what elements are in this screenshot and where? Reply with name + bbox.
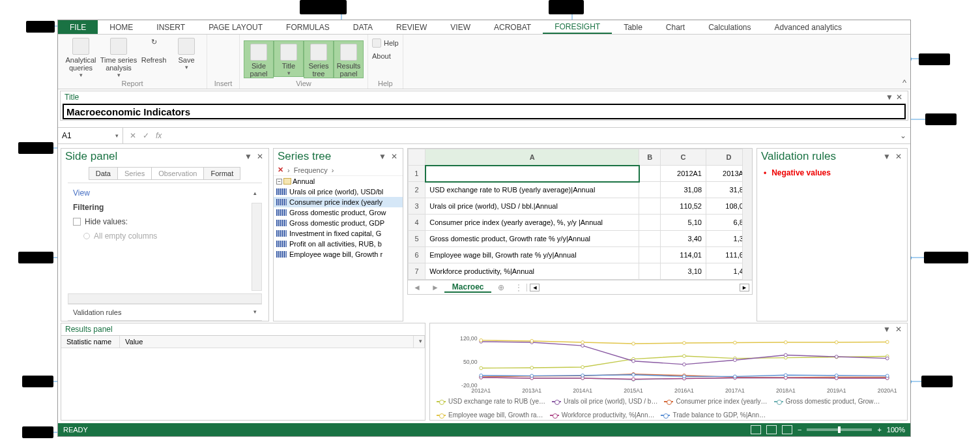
tab-review[interactable]: REVIEW (384, 20, 439, 34)
cell-A1[interactable] (425, 166, 639, 182)
row-head[interactable]: 2 (409, 182, 425, 198)
cell[interactable] (639, 182, 661, 198)
side-panel-hscroll[interactable] (68, 293, 262, 304)
row-head[interactable]: 5 (409, 231, 425, 247)
btn-time-series[interactable]: Time series analysis▾ (100, 35, 137, 78)
radio-icon[interactable] (83, 233, 90, 239)
title-input[interactable] (63, 104, 906, 119)
cancel-icon[interactable]: ✕ (130, 131, 136, 140)
btn-series-tree[interactable]: Series tree (304, 40, 334, 78)
cell-B1[interactable] (639, 166, 661, 182)
series-item[interactable]: Employee wage bill, Growth r (274, 249, 403, 260)
row-head[interactable]: 6 (409, 247, 425, 263)
sp-tab-format[interactable]: Format (203, 167, 240, 180)
sheet-nav-prev-icon[interactable]: ◄ (408, 283, 426, 292)
series-item[interactable]: Consumer price index (yearly (274, 197, 403, 207)
scroll-right-icon[interactable]: ► (740, 284, 749, 291)
cell[interactable] (639, 198, 661, 215)
tab-page-layout[interactable]: PAGE LAYOUT (197, 20, 274, 34)
accept-icon[interactable]: ✓ (143, 131, 149, 140)
zoom-out-icon[interactable]: − (798, 426, 801, 434)
name-box[interactable]: A1▾ (58, 128, 123, 143)
results-menu-icon[interactable]: ▾ (414, 336, 425, 348)
title-close-icon[interactable]: ✕ (895, 93, 904, 102)
grid-vscroll[interactable] (742, 149, 752, 280)
row-1[interactable]: 1 (409, 166, 425, 182)
view-normal-icon[interactable] (751, 425, 761, 434)
sp-validation-row[interactable]: Validation rules▾ (68, 304, 262, 321)
btn-save[interactable]: Save▾ (170, 35, 203, 70)
cell[interactable]: Gross domestic product, Growth rate % y/… (425, 231, 639, 247)
validation-item[interactable]: Negative values (764, 168, 901, 177)
col-B[interactable]: B (639, 149, 661, 166)
series-item[interactable]: Gross domestic product, GDP (274, 218, 403, 228)
cell[interactable]: USD exchange rate to RUB (yearly average… (425, 182, 639, 198)
cell[interactable]: Workforce productivity, %|Annual (425, 263, 639, 280)
validation-dropdown-icon[interactable]: ▼ (882, 152, 892, 161)
cell[interactable] (639, 247, 661, 263)
sp-tab-data[interactable]: Data (89, 167, 118, 180)
cell[interactable]: 31,08 (661, 182, 706, 198)
tab-data[interactable]: DATA (341, 20, 384, 34)
series-tree-close-icon[interactable]: ✕ (390, 152, 399, 161)
side-panel-close-icon[interactable]: ✕ (255, 152, 265, 161)
tab-foresight[interactable]: FORESIGHT (543, 20, 612, 34)
row-head[interactable]: 3 (409, 198, 425, 215)
cell[interactable]: 5,10 (661, 215, 706, 231)
chart-close-icon[interactable]: ✕ (894, 325, 903, 334)
btn-help[interactable]: Help (372, 37, 399, 48)
tab-file[interactable]: FILE (58, 20, 98, 34)
chart-dropdown-icon[interactable]: ▼ (882, 325, 892, 334)
sheet-nav-next-icon[interactable]: ► (426, 283, 444, 292)
tab-view[interactable]: VIEW (439, 20, 482, 34)
row-head[interactable]: 7 (409, 263, 425, 280)
btn-about[interactable]: About (372, 50, 399, 61)
tab-advanced-analytics[interactable]: Advanced analytics (763, 20, 854, 34)
btn-results-panel[interactable]: Results panel (334, 40, 364, 78)
results-col-name[interactable]: Statistic name (61, 336, 120, 348)
formula-expand-icon[interactable]: ⌄ (896, 131, 910, 140)
series-tree-root[interactable]: −Annual (274, 176, 403, 186)
sp-empty-cols[interactable]: All empty columns (68, 229, 262, 243)
cell[interactable]: 3,40 (661, 231, 706, 247)
sp-tab-series[interactable]: Series (117, 167, 152, 180)
zoom-level[interactable]: 100% (887, 426, 905, 434)
cell[interactable] (639, 263, 661, 280)
add-sheet-icon[interactable]: ⊕ (491, 283, 511, 292)
series-item[interactable]: Investment in fixed capital, G (274, 228, 403, 239)
sheet-tab[interactable]: Macroec (444, 282, 492, 293)
validation-close-icon[interactable]: ✕ (894, 152, 903, 161)
collapse-icon[interactable]: − (276, 179, 282, 185)
view-layout-icon[interactable] (766, 425, 777, 434)
title-dropdown-icon[interactable]: ▼ (884, 93, 895, 102)
tab-formulas[interactable]: FORMULAS (274, 20, 341, 34)
side-panel-dropdown-icon[interactable]: ▼ (243, 152, 253, 161)
row-head[interactable]: 4 (409, 215, 425, 231)
sp-tab-observation[interactable]: Observation (151, 167, 204, 180)
cell[interactable]: Employee wage bill, Growth rate % y/y|An… (425, 247, 639, 263)
series-item[interactable]: Urals oil price (world), USD/bl (274, 186, 403, 197)
tab-chart[interactable]: Chart (654, 20, 697, 34)
series-tree-dropdown-icon[interactable]: ▼ (377, 152, 388, 161)
btn-side-panel[interactable]: Side panel (244, 40, 274, 78)
cell-C1[interactable]: 2012A1 (661, 166, 706, 182)
cell[interactable] (639, 215, 661, 231)
cell[interactable]: Consumer price index (yearly average), %… (425, 215, 639, 231)
sp-view-row[interactable]: View▴ (68, 186, 262, 200)
series-item[interactable]: Profit on all activities, RUB, b (274, 239, 403, 249)
zoom-slider[interactable] (807, 428, 872, 431)
view-break-icon[interactable] (782, 425, 792, 434)
cell[interactable]: Urals oil price (world), USD / bbl.|Annu… (425, 198, 639, 215)
checkbox-icon[interactable] (73, 218, 81, 226)
cell[interactable]: 3,10 (661, 263, 706, 280)
grid-hscroll[interactable]: ◄ ► (526, 284, 752, 291)
tab-home[interactable]: HOME (98, 20, 145, 34)
series-tree-breadcrumb[interactable]: Frequency (294, 166, 328, 174)
side-panel-vscroll[interactable] (252, 203, 262, 291)
grid-corner[interactable] (409, 149, 425, 166)
series-item[interactable]: Gross domestic product, Grow (274, 207, 403, 218)
col-A[interactable]: A (425, 149, 639, 166)
sp-hide-values[interactable]: Hide values: (68, 215, 262, 229)
tab-acrobat[interactable]: ACROBAT (482, 20, 543, 34)
results-col-value[interactable]: Value (120, 336, 414, 348)
